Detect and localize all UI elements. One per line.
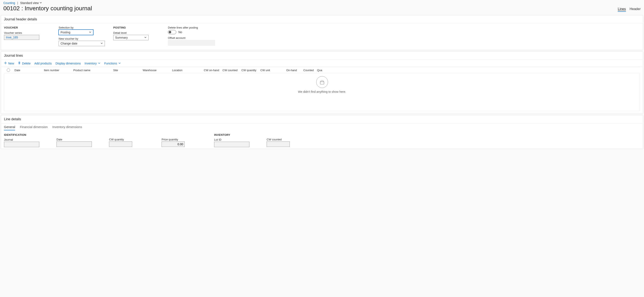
posting-group: POSTING Detail level Summary [113, 26, 160, 46]
cw-counted-label: CW counted [267, 138, 311, 141]
tab-financial-dimension[interactable]: Financial dimension [20, 125, 48, 130]
delete-lines-toggle[interactable] [168, 30, 176, 34]
lot-id-label: Lot ID [214, 138, 258, 141]
view-selector-label: Standard view [20, 1, 39, 4]
date-input[interactable] [56, 141, 92, 147]
col-warehouse[interactable]: Warehouse [141, 69, 170, 72]
cw-quantity-label: CW quantity [109, 138, 153, 141]
detail-level-label: Detail level [113, 31, 160, 34]
selection-group: Selection by Posting New voucher by Chan… [58, 26, 105, 46]
identification-group: IDENTIFICATION Journal [4, 133, 48, 147]
col-cw-unit[interactable]: CW unit [259, 69, 282, 72]
empty-message: We didn't find anything to show here. [298, 90, 346, 93]
select-all-checkbox[interactable] [7, 68, 10, 72]
lot-id-input[interactable] [214, 142, 250, 147]
voucher-series-value[interactable]: Inve_165 [4, 35, 39, 40]
offset-account-label: Offset account [168, 36, 215, 39]
page-header: Counting | Standard view 00102 : Invento… [0, 0, 644, 14]
breadcrumb: Counting | Standard view [3, 1, 641, 4]
line-details-section: Line details General Financial dimension… [1, 115, 643, 149]
posting-heading: POSTING [113, 26, 160, 29]
line-details-tabs: General Financial dimension Inventory di… [1, 123, 643, 130]
price-qty-group: Price quantity [162, 133, 206, 147]
journal-header-section: Journal header details VOUCHER Voucher s… [1, 15, 643, 50]
col-site[interactable]: Site [112, 69, 141, 72]
price-quantity-input[interactable] [162, 141, 185, 147]
col-cw-on-hand[interactable]: CW on-hand [200, 69, 221, 72]
empty-box-icon [316, 76, 328, 88]
functions-label: Functions [104, 62, 117, 65]
view-tabs: Lines Header [618, 7, 641, 12]
breadcrumb-counting-link[interactable]: Counting [3, 1, 15, 4]
detail-level-value: Summary [115, 36, 128, 39]
new-voucher-by-dropdown[interactable]: Change date [58, 41, 105, 46]
cw-counted-input[interactable] [267, 141, 290, 147]
line-details-title[interactable]: Line details [1, 115, 643, 123]
col-location[interactable]: Location [170, 69, 200, 72]
new-label: New [8, 62, 14, 65]
price-quantity-label: Price quantity [162, 138, 206, 141]
inventory-group: INVENTORY Lot ID [214, 133, 258, 147]
col-cw-counted[interactable]: CW counted [221, 69, 240, 72]
journal-label: Journal [4, 138, 48, 141]
offset-account-value [168, 40, 215, 46]
date-label: Date [56, 138, 101, 141]
journal-header-title[interactable]: Journal header details [1, 15, 643, 23]
delete-button[interactable]: Delete [18, 61, 30, 65]
chevron-down-icon [98, 62, 100, 65]
page-title: 00102 : Inventory counting journal [3, 5, 92, 12]
col-counted[interactable]: Counted [298, 69, 316, 72]
tab-header[interactable]: Header [630, 7, 641, 12]
chevron-down-icon [118, 62, 121, 65]
inventory-heading: INVENTORY [214, 133, 258, 136]
journal-lines-section: Journal lines New Delete Add products Di… [1, 51, 643, 114]
cw-counted-group: CW counted [267, 133, 311, 147]
new-button[interactable]: New [4, 61, 14, 65]
col-quantity-truncated[interactable]: Qua [316, 69, 324, 72]
col-item-number[interactable]: Item number [42, 69, 72, 72]
chevron-down-icon [144, 36, 147, 39]
col-date[interactable]: Date [13, 69, 42, 72]
display-dimensions-button[interactable]: Display dimensions [56, 62, 81, 65]
detail-level-dropdown[interactable]: Summary [113, 35, 148, 40]
view-selector[interactable]: Standard view [20, 1, 42, 4]
tab-inventory-dimensions[interactable]: Inventory dimensions [52, 125, 82, 130]
date-group: Date [56, 133, 101, 147]
posting-options-group: Delete lines after posting No Offset acc… [168, 26, 215, 46]
col-on-hand[interactable]: On-hand [282, 69, 298, 72]
delete-label: Delete [22, 62, 30, 65]
inventory-menu[interactable]: Inventory [85, 62, 101, 65]
grid-empty-state: We didn't find anything to show here. [4, 73, 640, 111]
trash-icon [18, 61, 21, 65]
delete-lines-label: Delete lines after posting [168, 26, 215, 29]
lines-toolbar: New Delete Add products Display dimensio… [1, 60, 643, 67]
selection-by-value: Posting [60, 31, 70, 34]
new-voucher-by-value: Change date [60, 42, 77, 45]
plus-icon [4, 61, 7, 65]
cw-qty-group: CW quantity [109, 133, 153, 147]
breadcrumb-separator: | [17, 1, 18, 4]
journal-lines-title[interactable]: Journal lines [1, 52, 643, 60]
chevron-down-icon [100, 42, 103, 45]
grid-header: Date Item number Product name Site Wareh… [4, 67, 640, 73]
cw-quantity-input[interactable] [109, 141, 132, 147]
chevron-down-icon [89, 31, 92, 34]
journal-input[interactable] [4, 142, 39, 147]
add-products-button[interactable]: Add products [34, 62, 52, 65]
selection-by-label: Selection by [58, 26, 105, 29]
selection-by-dropdown[interactable]: Posting [58, 29, 93, 35]
tab-general[interactable]: General [4, 125, 15, 130]
delete-lines-value: No [178, 30, 182, 34]
voucher-heading: VOUCHER [4, 26, 50, 29]
tab-lines[interactable]: Lines [618, 7, 626, 12]
voucher-series-label: Voucher series [4, 31, 50, 34]
chevron-down-icon [40, 1, 42, 4]
col-product-name[interactable]: Product name [72, 69, 112, 72]
toggle-knob [169, 31, 171, 33]
functions-menu[interactable]: Functions [104, 62, 121, 65]
new-voucher-by-label: New voucher by [58, 37, 105, 40]
svg-rect-0 [320, 82, 324, 84]
col-cw-quantity[interactable]: CW quantity [240, 69, 259, 72]
inventory-label: Inventory [85, 62, 97, 65]
identification-heading: IDENTIFICATION [4, 133, 48, 136]
